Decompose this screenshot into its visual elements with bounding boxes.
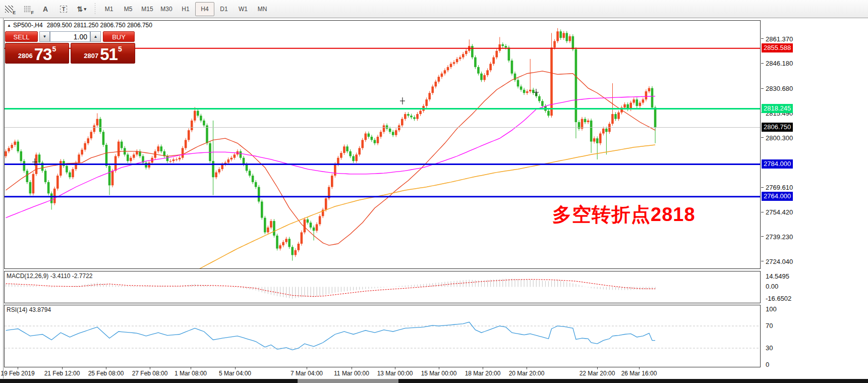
macd-tick-label: 0.00 xyxy=(766,283,778,290)
text-box-icon[interactable]: T xyxy=(56,3,71,16)
price-tick-dash xyxy=(761,38,764,39)
price-badge: 2764.000 xyxy=(762,192,793,201)
price-tick-label: 2800.300 xyxy=(766,134,793,141)
time-tick xyxy=(395,367,395,369)
rsi-tick-label: 70 xyxy=(766,322,773,330)
tab-timeframe-M15[interactable]: M15 xyxy=(138,2,157,16)
sell-button[interactable]: SELL xyxy=(5,31,38,42)
rsi-pane[interactable]: RSI(14) 43.8794 xyxy=(4,305,761,367)
price-badge: 2818.245 xyxy=(762,104,793,113)
price-badge: 2855.588 xyxy=(762,43,793,52)
time-axis-label: 5 Mar 04:00 xyxy=(219,370,251,377)
price-tick-dash xyxy=(761,261,764,261)
price-tick-dash xyxy=(761,236,764,237)
price-tick-label: 2769.610 xyxy=(766,184,793,191)
buy-button[interactable]: BUY xyxy=(103,31,135,42)
price-tick-label: 2846.180 xyxy=(766,60,793,67)
price-tick-dash xyxy=(761,212,764,212)
macd-histogram xyxy=(6,279,656,298)
rsi-canvas[interactable] xyxy=(5,305,760,367)
time-tick xyxy=(439,367,439,369)
timeframe-buttons: M1M5M15M30H1H4D1W1MN xyxy=(99,2,272,16)
symbol-label: SP500-,H4 xyxy=(13,22,43,29)
time-axis[interactable]: 19 Feb 201921 Feb 12:0025 Feb 08:0027 Fe… xyxy=(4,367,761,379)
price-tick-label: 2754.420 xyxy=(766,208,793,216)
collapse-triangle-icon[interactable]: ▲ xyxy=(7,23,11,28)
toolbar-icons: EFAT⇅▾ xyxy=(0,3,91,16)
tab-timeframe-D1[interactable]: D1 xyxy=(214,2,234,16)
time-axis-label: 15 Mar 00:00 xyxy=(421,370,457,377)
price-badge: 2784.000 xyxy=(762,159,793,169)
time-axis-label: 25 Feb 08:00 xyxy=(88,370,124,377)
buy-price-sup: 5 xyxy=(118,45,122,53)
expert-advisor-icon[interactable]: E xyxy=(2,3,17,16)
buy-price-box[interactable]: 2807 51 5 xyxy=(71,43,135,64)
rsi-tick-label: 30 xyxy=(766,344,773,351)
rsi-label: RSI(14) 43.8794 xyxy=(7,306,51,313)
time-tick xyxy=(191,367,191,369)
volume-up-spinner[interactable]: ▲ xyxy=(90,31,101,42)
scrollbar-thumb[interactable] xyxy=(298,379,398,383)
price-axis[interactable]: 2861.3702846.1802830.6802815.4902800.300… xyxy=(761,18,868,379)
tab-timeframe-M5[interactable]: M5 xyxy=(119,2,138,16)
time-tick xyxy=(597,367,598,369)
chart-annotation-text: 多空转折点2818 xyxy=(552,202,696,228)
time-tick xyxy=(235,367,236,369)
tab-timeframe-M1[interactable]: M1 xyxy=(99,2,119,16)
time-axis-label: 18 Mar 20:00 xyxy=(465,370,501,377)
price-tick-dash xyxy=(761,63,764,64)
price-tick-dash xyxy=(761,137,764,138)
time-axis-label: 27 Feb 08:00 xyxy=(132,370,168,377)
time-tick xyxy=(106,367,106,369)
time-tick xyxy=(307,367,307,369)
time-axis-label: 21 Feb 12:00 xyxy=(44,370,80,377)
text-label-icon[interactable]: A xyxy=(38,3,53,16)
horizontal-scrollbar[interactable] xyxy=(0,379,868,383)
price-tick-dash xyxy=(761,88,764,89)
time-axis-label: 20 Mar 20:00 xyxy=(509,370,545,377)
time-axis-label: 1 Mar 08:00 xyxy=(175,370,207,377)
trade-controls-row: SELL ▼ ▲ BUY xyxy=(5,31,135,42)
volume-input[interactable] xyxy=(50,31,90,42)
main-chart-pane[interactable]: ▲SP500-,H42809.500 2811.250 2806.750 280… xyxy=(4,20,761,269)
macd-pane[interactable]: MACD(12,26,9) -3.4110 -2.7722 xyxy=(4,271,761,303)
time-tick xyxy=(18,367,18,369)
tab-timeframe-W1[interactable]: W1 xyxy=(234,2,253,16)
macd-label: MACD(12,26,9) -3.4110 -2.7722 xyxy=(7,272,93,280)
sell-price-prefix: 2806 xyxy=(18,52,33,60)
toolbar-separator xyxy=(95,3,95,15)
time-axis-label: 22 Mar 20:00 xyxy=(580,370,615,377)
time-axis-label: 7 Mar 04:00 xyxy=(291,370,323,377)
time-axis-label: 19 Feb 2019 xyxy=(1,370,34,377)
time-tick xyxy=(62,367,63,369)
sell-price-box[interactable]: 2806 73 5 xyxy=(5,43,69,64)
time-axis-label: 11 Mar 00:00 xyxy=(334,370,369,377)
price-tick-label: 2724.040 xyxy=(766,257,793,265)
price-tick-label: 2861.370 xyxy=(766,35,793,42)
buy-price-big: 51 xyxy=(100,46,118,63)
macd-canvas[interactable] xyxy=(5,271,760,303)
trading-terminal: EFAT⇅▾ M1M5M15M30H1H4D1W1MN ▲SP500-,H428… xyxy=(0,0,868,383)
price-tick-dash xyxy=(761,187,764,188)
price-badge: 2806.750 xyxy=(762,123,793,132)
ohlc-values: 2809.500 2811.250 2806.750 2806.750 xyxy=(47,22,152,29)
toolbar: EFAT⇅▾ M1M5M15M30H1H4D1W1MN xyxy=(0,0,868,18)
grid-icon[interactable]: F xyxy=(20,3,35,16)
time-tick xyxy=(150,367,150,369)
tab-timeframe-M30[interactable]: M30 xyxy=(157,2,176,16)
z-order-icon[interactable]: ⇅▾ xyxy=(74,3,89,16)
rsi-tick-label: 100 xyxy=(766,305,777,313)
macd-tick-label: 14.5495 xyxy=(766,272,789,280)
price-tick-label: 2739.230 xyxy=(766,233,793,240)
chart-title: ▲SP500-,H42809.500 2811.250 2806.750 280… xyxy=(7,22,152,29)
tab-timeframe-H1[interactable]: H1 xyxy=(176,2,195,16)
time-axis-label: 13 Mar 00:00 xyxy=(377,370,413,377)
volume-down-spinner[interactable]: ▼ xyxy=(39,31,50,42)
time-axis-label: 26 Mar 16:00 xyxy=(621,370,657,377)
horizontal-level-lines xyxy=(5,48,760,197)
tab-timeframe-H4[interactable]: H4 xyxy=(195,2,214,16)
tab-timeframe-MN[interactable]: MN xyxy=(253,2,272,16)
price-tick-label: 2830.680 xyxy=(766,85,793,92)
trade-prices-row: 2806 73 5 2807 51 5 xyxy=(5,43,135,64)
macd-tick-label: -16.6502 xyxy=(766,294,791,302)
